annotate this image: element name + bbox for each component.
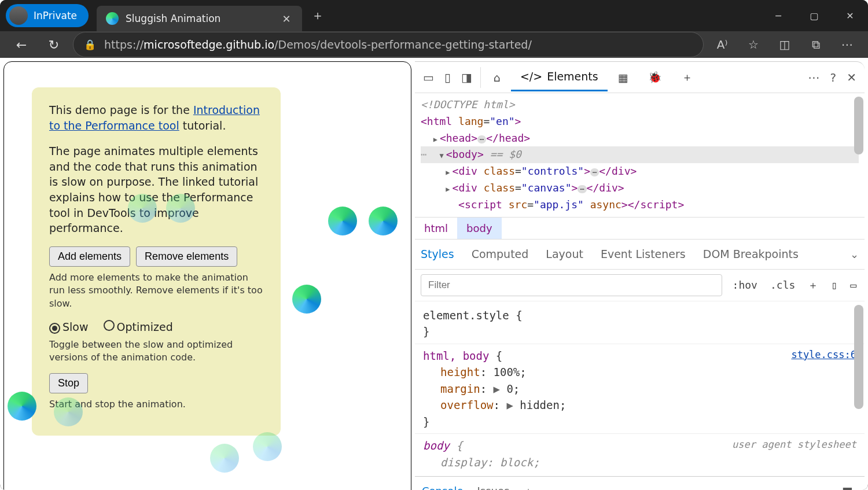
edge-logo-icon <box>369 207 398 235</box>
split-screen-icon[interactable]: ◫ <box>772 32 797 57</box>
help-icon[interactable]: ? <box>826 66 841 89</box>
dock-icon[interactable]: ◨ <box>457 66 477 89</box>
edge-logo-icon <box>328 207 357 235</box>
style-prop: display: block; <box>423 454 856 471</box>
edge-logo-icon <box>292 285 321 314</box>
close-window-button[interactable] <box>832 0 868 31</box>
style-prop[interactable]: margin: ▶ 0; <box>423 381 856 397</box>
optimized-radio[interactable]: Optimized <box>104 319 173 335</box>
computed-tab[interactable]: Computed <box>472 248 529 260</box>
avatar-icon <box>9 6 28 25</box>
style-rule[interactable]: element.style { <box>423 307 856 324</box>
styles-filter-input[interactable] <box>421 274 722 296</box>
intro-text: This demo page is for the Introduction t… <box>49 102 263 133</box>
minimize-button[interactable] <box>760 0 796 31</box>
refresh-button[interactable]: ↻ <box>41 31 67 58</box>
dom-node[interactable]: <html lang="en"> <box>421 113 859 130</box>
remove-elements-button[interactable]: Remove elements <box>136 246 237 267</box>
more-tools-icon[interactable]: ⋯ <box>804 66 825 89</box>
issues-drawer-tab[interactable]: Issues <box>477 485 509 490</box>
style-rule[interactable]: style.css:6html, body { <box>423 348 856 364</box>
add-elements-button[interactable]: Add elements <box>49 246 130 267</box>
console-drawer-tab[interactable]: Console <box>422 485 463 490</box>
toggle-help-text: Toggle between the slow and optimized ve… <box>49 338 263 364</box>
lock-icon: 🔒 <box>84 39 96 50</box>
elements-tab[interactable]: </>Elements <box>511 63 608 91</box>
stop-button[interactable]: Stop <box>49 373 88 393</box>
page-viewport: This demo page is for the Introduction t… <box>3 61 411 490</box>
mode-radio-group: Slow Optimized <box>49 319 263 335</box>
sources-tab[interactable]: 🐞 <box>639 64 671 91</box>
drawer-issue-icon[interactable]: ▭ <box>803 480 823 490</box>
devtools-panel: ▭ ▯ ◨ ⌂ </>Elements ▦ 🐞 ＋ ⋯ ? ✕ <!DOCTYP… <box>415 61 865 490</box>
more-icon[interactable]: ⋯ <box>834 32 860 57</box>
computed-sidebar-icon[interactable]: ▭ <box>848 277 859 293</box>
breadcrumb-body[interactable]: body <box>457 218 502 239</box>
styles-pane[interactable]: element.style { } style.css:6html, body … <box>415 301 865 477</box>
performance-tool-tab[interactable]: ▦ <box>609 64 638 91</box>
tab-title: Sluggish Animation <box>126 13 220 24</box>
new-style-rule-icon[interactable]: ＋ <box>806 276 821 294</box>
tab-close-icon[interactable]: ✕ <box>279 13 293 25</box>
chevron-down-icon[interactable]: ⌄ <box>850 248 859 260</box>
titlebar: InPrivate Sluggish Animation ✕ ＋ <box>0 0 868 31</box>
device-toolbar-icon[interactable]: ▯ <box>440 66 455 89</box>
style-rule-ua: user agent stylesheetbody { <box>423 437 856 454</box>
edge-logo-icon <box>8 392 36 421</box>
back-button[interactable]: ← <box>8 31 35 58</box>
slow-radio[interactable]: Slow <box>49 319 89 335</box>
description-text: The page animates multiple elements and … <box>49 143 263 236</box>
styles-tabbar: Styles Computed Layout Event Listeners D… <box>415 240 865 270</box>
welcome-tab[interactable]: ⌂ <box>484 64 510 91</box>
devtools-drawer: Console Issues ＋ ▭ ⬒ <box>415 476 865 490</box>
browser-tab[interactable]: Sluggish Animation ✕ <box>97 6 302 31</box>
styles-tab[interactable]: Styles <box>421 248 454 260</box>
breadcrumb-html[interactable]: html <box>415 218 457 239</box>
dom-node[interactable]: <div class="controls">⋯</div> <box>421 163 859 180</box>
dom-tree[interactable]: <!DOCTYPE html> <html lang="en"> <head>⋯… <box>415 93 865 217</box>
style-prop[interactable]: height: 100%; <box>423 364 856 381</box>
dom-node[interactable]: <!DOCTYPE html> <box>421 97 859 113</box>
address-bar[interactable]: 🔒 https://microsoftedge.github.io/Demos/… <box>73 32 704 57</box>
maximize-button[interactable] <box>796 0 832 31</box>
read-aloud-icon[interactable]: A⁾ <box>709 32 735 57</box>
style-source-link[interactable]: style.css:6 <box>791 348 856 363</box>
style-rule[interactable]: } <box>423 323 856 340</box>
add-help-text: Add more elements to make the animation … <box>49 271 263 310</box>
favicon-icon <box>106 12 119 25</box>
dom-breadcrumb: html body <box>415 217 865 240</box>
inprivate-badge[interactable]: InPrivate <box>6 4 89 27</box>
layout-tab[interactable]: Layout <box>546 248 583 260</box>
hov-button[interactable]: :hov <box>730 277 760 293</box>
devtools-tabbar: ▭ ▯ ◨ ⌂ </>Elements ▦ 🐞 ＋ ⋯ ? ✕ <box>415 62 865 93</box>
device-icon[interactable]: ▯ <box>829 277 840 293</box>
toolbar: ← ↻ 🔒 https://microsoftedge.github.io/De… <box>0 31 868 58</box>
new-tab-button[interactable]: ＋ <box>311 7 324 24</box>
favorite-icon[interactable]: ☆ <box>741 32 766 57</box>
add-drawer-tab[interactable]: ＋ <box>523 484 534 490</box>
cls-button[interactable]: .cls <box>768 277 797 293</box>
event-listeners-tab[interactable]: Event Listeners <box>601 248 686 260</box>
dom-breakpoints-tab[interactable]: DOM Breakpoints <box>703 248 799 260</box>
edge-logo-icon <box>166 194 195 223</box>
collections-icon[interactable]: ⧉ <box>803 32 829 57</box>
dom-node[interactable]: <script src="app.js" async></script> <box>421 197 859 213</box>
edge-logo-icon <box>54 397 83 426</box>
demo-panel: This demo page is for the Introduction t… <box>32 87 281 436</box>
edge-logo-icon <box>253 432 282 461</box>
edge-logo-icon <box>128 194 157 223</box>
window-controls <box>760 0 868 31</box>
dom-node[interactable]: <head>⋯</head> <box>421 130 859 147</box>
inspect-icon[interactable]: ▭ <box>418 66 439 89</box>
close-devtools-icon[interactable]: ✕ <box>842 66 861 89</box>
drawer-expand-icon[interactable]: ⬒ <box>837 480 858 490</box>
edge-logo-icon <box>210 444 239 473</box>
style-rule[interactable]: } <box>423 414 856 430</box>
dom-node[interactable]: <div class="canvas">⋯</div> <box>421 180 859 197</box>
style-prop[interactable]: overflow: ▶ hidden; <box>423 397 856 414</box>
styles-toolbar: :hov .cls ＋ ▯ ▭ <box>415 270 865 301</box>
inprivate-label: InPrivate <box>34 10 77 21</box>
add-tab-button[interactable]: ＋ <box>672 63 702 92</box>
url-text: https://microsoftedge.github.io/Demos/de… <box>104 38 532 51</box>
dom-node-selected[interactable]: ⋯ <body> == $0 <box>421 146 859 163</box>
